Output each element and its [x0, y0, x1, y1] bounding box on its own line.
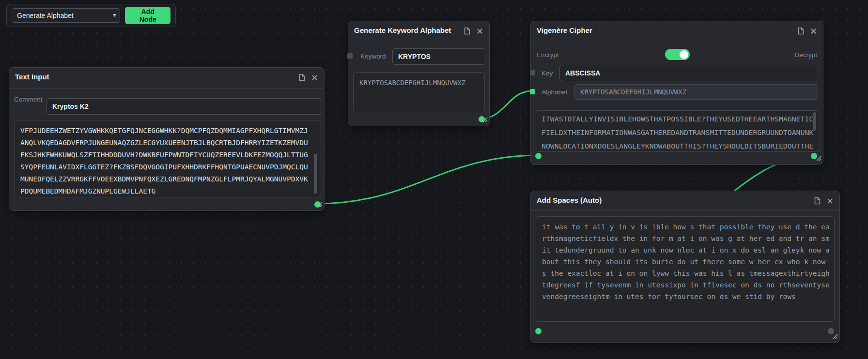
alphabet-input-port[interactable] — [530, 89, 535, 94]
duplicate-node-icon[interactable] — [298, 74, 306, 81]
key-label: Key — [542, 70, 553, 77]
keyword-input[interactable] — [392, 48, 485, 65]
close-node-icon[interactable] — [311, 74, 318, 81]
node-vigenere-cipher[interactable]: Vigenère Cipher Encrypt Decrypt Key Alph… — [530, 21, 823, 165]
input-port[interactable] — [535, 153, 542, 159]
duplicate-node-icon[interactable] — [464, 27, 471, 35]
text-input-textarea[interactable]: VFPJUDEEHZWETZYVGWHKKQETGFQJNCEGGWHKK?DQ… — [14, 120, 321, 197]
scrollbar-thumb[interactable] — [813, 112, 816, 131]
key-input[interactable] — [559, 65, 818, 81]
alphabet-output-textarea[interactable]: KRYPTOSABCDEFGHIJLMNQUVWXZ — [353, 72, 485, 112]
duplicate-node-icon[interactable] — [814, 197, 821, 205]
alphabet-input[interactable] — [574, 84, 818, 100]
decrypt-label: Decrypt — [794, 51, 817, 59]
duplicate-node-icon[interactable] — [797, 27, 805, 35]
key-input-port[interactable] — [530, 70, 535, 75]
resize-handle-icon[interactable] — [816, 154, 822, 163]
alphabet-label: Alphabet — [542, 89, 567, 96]
node-title: Add Spaces (Auto) — [537, 196, 602, 204]
node-add-spaces[interactable]: Add Spaces (Auto) it was to t all y in v… — [530, 191, 840, 343]
toggle-knob — [680, 50, 688, 59]
resize-handle-icon[interactable] — [482, 116, 488, 124]
node-title: Generate Keyword Alphabet — [354, 26, 451, 34]
node-text-input[interactable]: Text Input Comment VFPJUDEEHZWETZYVGWHKK… — [9, 67, 325, 211]
input-port[interactable] — [535, 328, 542, 334]
node-editor-canvas[interactable]: Generate Alphabet ▾ Add Node Text Input … — [0, 0, 868, 359]
add-node-toolbar: Generate Alphabet ▾ Add Node — [6, 4, 176, 27]
node-title: Vigenère Cipher — [537, 26, 592, 34]
close-node-icon[interactable] — [476, 27, 483, 35]
encrypt-label: Encrypt — [537, 51, 559, 59]
resize-handle-icon[interactable] — [317, 200, 323, 209]
scrollbar-thumb[interactable] — [314, 154, 317, 194]
close-node-icon[interactable] — [810, 27, 817, 35]
wire-textinput-to-vigenere — [317, 155, 538, 204]
node-generate-keyword-alphabet[interactable]: Generate Keyword Alphabet Keyword KRYPTO… — [348, 21, 490, 126]
close-node-icon[interactable] — [826, 197, 834, 205]
node-type-select[interactable]: Generate Alphabet — [12, 8, 120, 23]
spaced-output-textarea[interactable]: it was to t all y in v is ible how s tha… — [536, 216, 835, 322]
cipher-output-textarea[interactable]: ITWASTOTALLYINVISIBLEHOWSTHATPOSSIBLE?TH… — [536, 110, 820, 152]
comment-input[interactable] — [46, 98, 321, 115]
encrypt-decrypt-toggle[interactable] — [665, 49, 690, 60]
keyword-label: Keyword — [360, 53, 386, 60]
comment-label: Comment — [14, 96, 43, 103]
add-node-button[interactable]: Add Node — [125, 7, 170, 24]
node-title: Text Input — [15, 73, 49, 81]
resize-handle-icon[interactable] — [833, 332, 838, 341]
keyword-input-port[interactable] — [347, 53, 353, 59]
